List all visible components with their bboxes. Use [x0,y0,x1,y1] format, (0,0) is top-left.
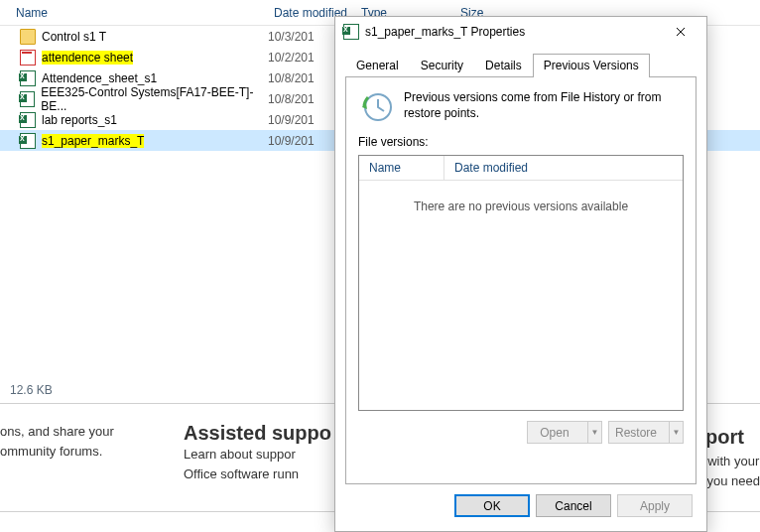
bottom-left-line1: ons, and share your [0,422,184,442]
tab-previous-versions[interactable]: Previous Versions [533,54,650,77]
file-name: Control s1 T [42,30,106,44]
file-versions-list[interactable]: Name Date modified There are no previous… [358,155,684,411]
tab-general[interactable]: General [345,54,410,77]
fv-empty-message: There are no previous versions available [359,200,683,213]
dropdown-arrow-icon: ▼ [587,422,601,443]
tab-details[interactable]: Details [474,54,533,77]
tab-strip: General Security Details Previous Versio… [345,53,697,76]
excel-icon [20,70,36,86]
open-button: Open ▼ [527,421,602,444]
excel-icon [20,91,35,107]
file-name: s1_paper_marks_T [42,134,144,148]
ok-button[interactable]: OK [454,494,530,517]
column-name[interactable]: Name [0,2,268,24]
pdf-icon [20,50,36,66]
excel-icon [20,112,36,128]
history-icon [358,89,394,125]
fv-column-date[interactable]: Date modified [444,156,683,180]
bottom-left-line2: ommunity forums. [0,442,184,462]
file-name: Attendence_sheet_s1 [42,71,157,85]
excel-icon [343,24,359,40]
info-text: Previous versions come from File History… [404,89,684,121]
folder-icon [20,29,36,45]
open-button-label: Open [528,426,581,440]
properties-dialog: s1_paper_marks_T Properties General Secu… [334,16,707,532]
close-icon [676,27,686,37]
restore-button: Restore ▼ [608,421,684,444]
file-name: lab reports_s1 [42,113,117,127]
close-button[interactable] [661,18,700,46]
status-bar: 12.6 KB [10,383,53,397]
cancel-button[interactable]: Cancel [536,494,611,517]
dropdown-arrow-icon: ▼ [669,422,683,443]
file-name: EEE325-Control Systems[FA17-BEE-T]-BE... [41,85,268,113]
dialog-title: s1_paper_marks_T Properties [365,25,661,39]
apply-button: Apply [617,494,693,517]
excel-icon [20,133,36,149]
dialog-titlebar[interactable]: s1_paper_marks_T Properties [335,17,706,47]
restore-button-label: Restore [609,426,663,440]
file-name: attendence sheet [42,51,133,65]
tab-security[interactable]: Security [410,54,474,77]
tab-content: Previous versions come from File History… [345,76,697,484]
fv-column-name[interactable]: Name [359,156,444,180]
file-versions-label: File versions: [358,135,684,149]
